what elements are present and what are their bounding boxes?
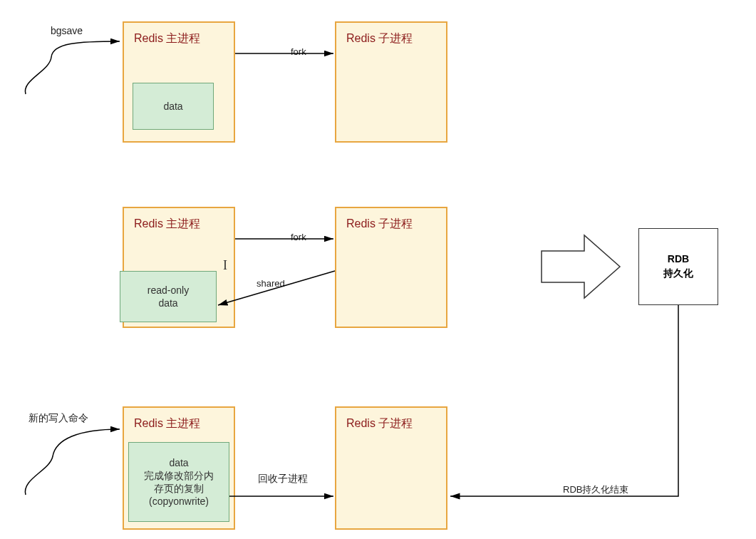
row2-child-process-box: Redis 子进程: [335, 207, 447, 328]
row1-child-process-box: Redis 子进程: [335, 21, 447, 143]
row1-child-title: Redis 子进程: [336, 23, 446, 55]
rdb-title-1: RDB: [668, 252, 689, 267]
rdb-box: RDB 持久化: [638, 228, 718, 305]
row3-reclaim-label: 回收子进程: [258, 473, 308, 486]
row1-fork-label: fork: [291, 46, 306, 57]
row2-shared-label: shared: [257, 278, 285, 289]
row3-incoming-arrow: [25, 429, 120, 495]
text-cursor-icon: I: [223, 258, 227, 273]
row2-fork-label: fork: [291, 232, 306, 242]
rdb-title-2: 持久化: [663, 267, 693, 281]
row3-rdb-end-label: RDB持久化结束: [563, 483, 628, 496]
row3-data-label-1: data: [169, 456, 188, 469]
row3-child-process-box: Redis 子进程: [335, 406, 447, 530]
row3-data-label-4: (copyonwrite): [149, 495, 209, 508]
row1-data-box: data: [133, 83, 214, 130]
row3-child-title: Redis 子进程: [336, 408, 446, 440]
row2-data-label-1: read-only: [147, 284, 189, 297]
row3-data-label-2: 完成修改部分内: [144, 469, 214, 482]
row3-incoming-label: 新的写入命令: [29, 412, 88, 425]
row2-data-box: read-only data: [120, 271, 217, 322]
row2-data-label-2: data: [158, 297, 177, 309]
row1-incoming-arrow: [25, 41, 120, 94]
big-arrow-icon: [542, 235, 620, 298]
rdb-end-arrow: [450, 305, 678, 496]
row2-child-title: Redis 子进程: [336, 208, 446, 240]
row1-data-label: data: [163, 100, 182, 113]
row1-main-title: Redis 主进程: [124, 23, 234, 55]
row3-main-title: Redis 主进程: [124, 408, 234, 440]
row1-incoming-label: bgsave: [51, 25, 83, 36]
row3-data-box: data 完成修改部分内 存页的复制 (copyonwrite): [128, 442, 229, 522]
row2-main-title: Redis 主进程: [124, 208, 234, 240]
row3-data-label-3: 存页的复制: [154, 482, 204, 495]
